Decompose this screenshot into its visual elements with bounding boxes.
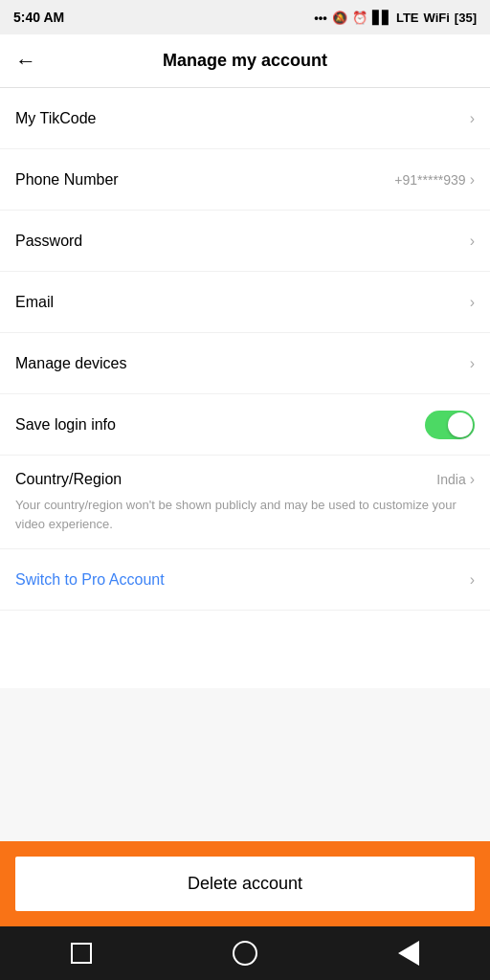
nav-triangle-icon[interactable] bbox=[398, 941, 419, 966]
save-login-toggle[interactable] bbox=[425, 411, 475, 439]
country-section: Country/Region India › Your country/regi… bbox=[0, 456, 490, 549]
country-value: India bbox=[436, 472, 465, 487]
email-right: › bbox=[470, 294, 475, 311]
signal-dots-icon: ••• bbox=[314, 11, 327, 25]
password-right: › bbox=[470, 233, 475, 250]
country-chevron-icon: › bbox=[470, 471, 475, 488]
password-label: Password bbox=[15, 233, 82, 250]
spacer bbox=[0, 688, 490, 841]
tikcode-label: My TikCode bbox=[15, 110, 96, 127]
password-item[interactable]: Password › bbox=[0, 211, 490, 272]
password-chevron-icon: › bbox=[470, 233, 475, 250]
devices-right: › bbox=[470, 355, 475, 372]
bell-icon: 🔕 bbox=[332, 11, 347, 25]
status-time: 5:40 AM bbox=[13, 10, 64, 25]
tikcode-item[interactable]: My TikCode › bbox=[0, 88, 490, 149]
phone-right: +91*****939 › bbox=[394, 171, 475, 189]
pro-account-chevron-icon: › bbox=[470, 571, 475, 589]
status-icons: ••• 🔕 ⏰ ▋▋ LTE WiFi [35] bbox=[314, 11, 477, 25]
email-label: Email bbox=[15, 294, 54, 311]
back-button[interactable]: ← bbox=[15, 45, 44, 78]
pro-account-label: Switch to Pro Account bbox=[15, 571, 165, 589]
phone-item[interactable]: Phone Number +91*****939 › bbox=[0, 149, 490, 211]
phone-value: +91*****939 bbox=[394, 172, 465, 188]
delete-account-button[interactable]: Delete account bbox=[15, 857, 475, 911]
devices-label: Manage devices bbox=[15, 355, 127, 372]
pro-account-item[interactable]: Switch to Pro Account › bbox=[0, 549, 490, 611]
country-right: India › bbox=[436, 471, 475, 488]
tikcode-chevron-icon: › bbox=[470, 110, 475, 127]
alarm-icon: ⏰ bbox=[352, 11, 368, 25]
devices-item[interactable]: Manage devices › bbox=[0, 333, 490, 394]
wifi-icon: WiFi bbox=[424, 11, 450, 25]
signal-icon: ▋▋ bbox=[372, 11, 391, 25]
toggle-knob bbox=[448, 412, 473, 437]
nav-circle-icon[interactable] bbox=[233, 941, 257, 966]
delete-section: Delete account bbox=[0, 841, 490, 926]
email-item[interactable]: Email › bbox=[0, 272, 490, 333]
save-login-toggle-wrapper[interactable] bbox=[425, 411, 475, 439]
bottom-nav bbox=[0, 926, 490, 980]
country-row[interactable]: Country/Region India › bbox=[0, 456, 490, 496]
phone-chevron-icon: › bbox=[470, 171, 475, 189]
nav-square-icon[interactable] bbox=[71, 943, 92, 964]
country-label: Country/Region bbox=[15, 471, 122, 488]
email-chevron-icon: › bbox=[470, 294, 475, 311]
content-area: My TikCode › Phone Number +91*****939 › … bbox=[0, 88, 490, 688]
lte-icon: LTE bbox=[396, 11, 419, 25]
save-login-item[interactable]: Save login info bbox=[0, 394, 490, 456]
phone-label: Phone Number bbox=[15, 171, 119, 189]
header: ← Manage my account bbox=[0, 34, 490, 88]
country-description: Your country/region won't be shown publi… bbox=[0, 496, 490, 548]
page-title: Manage my account bbox=[163, 51, 327, 71]
save-login-label: Save login info bbox=[15, 416, 116, 434]
devices-chevron-icon: › bbox=[470, 355, 475, 372]
battery-icon: [35] bbox=[455, 11, 477, 25]
status-bar: 5:40 AM ••• 🔕 ⏰ ▋▋ LTE WiFi [35] bbox=[0, 0, 490, 34]
tikcode-right: › bbox=[470, 110, 475, 127]
